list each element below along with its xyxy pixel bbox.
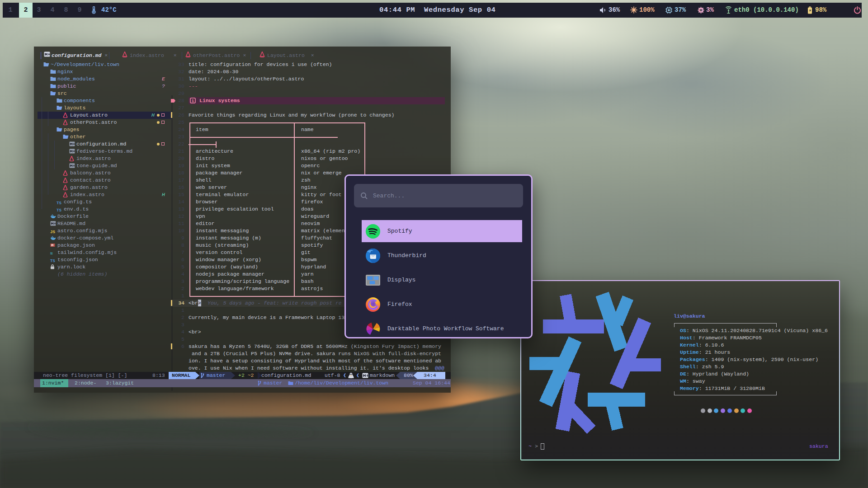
svg-text:1: 1 bbox=[192, 99, 194, 103]
svg-text:M: M bbox=[700, 9, 703, 12]
